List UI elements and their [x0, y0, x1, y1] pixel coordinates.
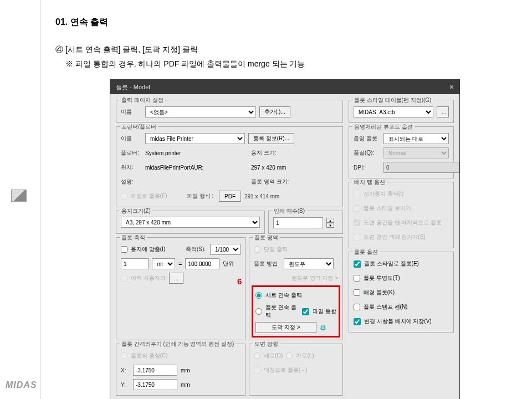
upside-checkbox — [254, 367, 260, 374]
group-layout-tab: 배치 탭 옵션 선가중치 축적(I) 플롯 스타일 보이기 도면 공간을 맨 마… — [349, 182, 454, 248]
printer-properties-button[interactable]: 등록 정보(R)... — [248, 133, 294, 144]
group-title: 플롯 간격띄우기 (인쇄 가능 영역의 원점 설정) — [120, 340, 236, 348]
plot-continuous-radio[interactable] — [255, 308, 262, 315]
group-page-setup: 출력 페이지 설정 이름 <없음> 추가(.)... — [116, 100, 343, 123]
note-text: ※ 파일 통합의 경우, 하나의 PDF 파일에 출력물들이 merge 되는 … — [65, 59, 477, 69]
pageset-name-select[interactable]: <없음> — [145, 106, 256, 117]
frame-assign-button[interactable]: 도곽 지정 > — [255, 322, 316, 333]
mm-label2: mm — [181, 382, 190, 388]
upside-label: 대칭으로 플롯( - ) — [264, 366, 307, 374]
close-icon[interactable]: × — [449, 83, 454, 91]
single-plot-radio — [254, 246, 260, 253]
dpi-label: DPI: — [354, 165, 380, 171]
window-area-button: 윈도우 영역 지정 > — [291, 274, 338, 282]
group-title: 플롯 옵션 — [352, 248, 380, 256]
hide-paperspace-checkbox — [354, 234, 360, 241]
group-printer: 프린터/플로터 이름 midas File Printer 등록 정보(R)..… — [116, 126, 343, 207]
plot-with-style-checkbox[interactable] — [354, 260, 361, 268]
unit-label: 단위 — [223, 260, 234, 268]
papersize-select[interactable]: A3, 297 x 420 mm — [121, 217, 260, 228]
group-title: 플롯 축적 — [120, 234, 147, 242]
paperspace-last-checkbox — [354, 219, 360, 226]
file-format-label: 파일 형식 : — [187, 192, 216, 200]
copies-input[interactable] — [273, 217, 323, 228]
dpi-input — [383, 162, 459, 173]
group-offset: 플롯 간격띄우기 (인쇄 가능 영역의 원점 설정) 플롯의 중심(C) X: … — [116, 344, 245, 396]
page-title: 01. 연속 출력 — [55, 17, 477, 28]
fit-label: 용지에 맞춤(I) — [131, 245, 165, 253]
save-changes-checkbox[interactable] — [354, 318, 361, 325]
plotarea-label: 플롯 영역 크기: — [251, 178, 295, 186]
group-plot-options: 플롯 옵션 플롯 스타일로 플롯(E) 플롯 투명도(T) 배경 플롯(K) 플… — [349, 252, 454, 332]
group-papersize: 용지크기(Z) A3, 297 x 420 mm — [116, 211, 265, 234]
file-merge-label: 파일 통합 — [313, 308, 336, 315]
group-title: 출력 페이지 설정 — [120, 96, 165, 104]
page-thumbnail — [11, 190, 27, 202]
add-button[interactable]: 추가(.)... — [259, 106, 290, 117]
group-style-table: 플롯 스타일 테이블(펜 지정)(G) MIDAS_A3.ctb ... — [349, 100, 454, 123]
step-text: ④ [시트 연속 출력] 클릭, [도곽 지정] 클릭 — [55, 45, 477, 55]
landscape-label: 가로(L) — [296, 352, 314, 360]
midas-logo: MIDAS — [6, 380, 37, 390]
highlight-number: 6 — [237, 277, 242, 286]
single-plot-label: 단일 출력 — [264, 245, 288, 253]
copies-spinner[interactable]: ▲▼ — [326, 218, 334, 228]
margin-checkbox — [121, 275, 127, 282]
landscape-radio — [286, 352, 293, 359]
shade-select[interactable]: 표시되는 대로 — [383, 133, 449, 144]
gear-icon[interactable]: ⚙ — [320, 324, 326, 332]
group-title: 플롯 스타일 테이블(펜 지정)(G) — [352, 96, 433, 104]
center-plot-checkbox — [121, 352, 127, 359]
plot-to-file-checkbox — [121, 193, 127, 200]
sheet-continuous-radio[interactable] — [255, 292, 262, 299]
plot-continuous-label: 플롯 연속 출력 — [265, 304, 299, 319]
group-title: 배치 탭 옵션 — [352, 178, 387, 186]
x-input[interactable] — [133, 365, 177, 376]
group-title: 플롯 영역 — [253, 234, 280, 242]
group-title: 음영처리된 뷰포트 옵션 — [352, 123, 415, 131]
fit-to-paper-checkbox[interactable] — [121, 246, 127, 253]
x-label: X: — [121, 367, 130, 374]
name-label: 이름 — [121, 108, 142, 116]
dialog-title: 플롯 - Model — [116, 83, 150, 91]
portrait-radio — [254, 352, 260, 359]
portrait-label: 세로(O) — [264, 352, 283, 360]
file-format-button[interactable]: PDF — [219, 191, 241, 202]
plotter-label: 플로터: — [121, 149, 142, 157]
printer-select[interactable]: midas File Printer — [145, 133, 245, 144]
plot-stamp-checkbox[interactable] — [354, 304, 360, 310]
scale-num-input[interactable] — [121, 258, 149, 269]
plot-method-label: 플롯 방법 — [254, 260, 280, 268]
group-title: 도면 방향 — [253, 340, 280, 348]
desc-label: 설명: — [121, 178, 142, 186]
plotter-value: System printer — [145, 150, 248, 156]
quality-label: 품질(Q): — [354, 149, 380, 157]
center-label: 플롯의 중심(C) — [131, 352, 168, 360]
margin-label: 여백 사용자와 — [131, 274, 166, 282]
file-merge-checkbox[interactable] — [302, 308, 309, 315]
scale-unit-select[interactable]: mm — [152, 258, 175, 269]
location-label: 위치: — [121, 163, 142, 171]
plot-dialog: 플롯 - Model × 출력 페이지 설정 이름 <없음> 추가(.)... … — [110, 79, 460, 399]
location-value: midasFilePrintPortAUR: — [145, 165, 248, 171]
group-title: 인쇄 매수(B) — [272, 207, 306, 215]
style-table-select[interactable]: MIDAS_A3.ctb — [354, 106, 433, 117]
plot-transparency-checkbox[interactable] — [354, 275, 360, 282]
lw-scale-checkbox — [354, 191, 360, 197]
scale-label: 축적(S): — [186, 245, 207, 253]
style-table-dots-button[interactable]: ... — [437, 106, 449, 117]
scale-select[interactable]: 1/100 — [210, 244, 241, 255]
plot-method-select[interactable]: 윈도우 — [284, 258, 334, 269]
background-plot-checkbox[interactable] — [354, 289, 360, 296]
shade-label: 음영 플롯 — [354, 135, 380, 142]
papersize-label: 용지 크기: — [251, 149, 282, 157]
group-plot-area: 플롯 영역 단일 출력 플롯 방법 윈도우 윈도우 영역 지정 > 6 — [249, 237, 343, 340]
margin-dots-button: ... — [169, 273, 183, 284]
y-input[interactable] — [133, 379, 177, 390]
papersize-value: 297 x 420 mm — [251, 165, 286, 171]
group-orientation: 도면 방향 세로(O) 가로(L) 대칭으로 플롯( - ) — [249, 344, 343, 396]
plot-to-file-label: 파일로 플롯(F) — [131, 192, 183, 200]
scale-denom-input[interactable] — [185, 258, 219, 269]
equals: = — [178, 260, 182, 267]
group-title: 프린터/플로터 — [120, 123, 158, 131]
